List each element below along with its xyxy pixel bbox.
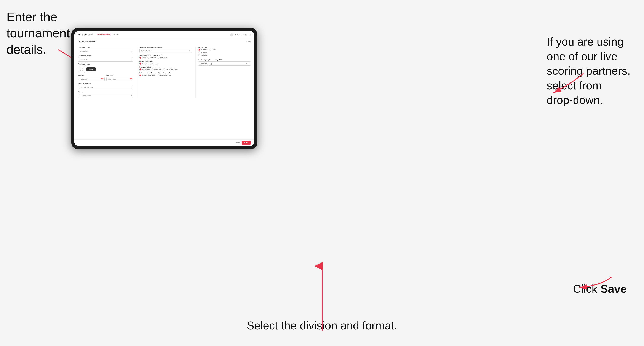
scoring-match-radio[interactable] xyxy=(152,68,154,70)
nav-separator: | xyxy=(243,34,244,36)
api-clear-icon[interactable]: ✕ xyxy=(246,63,247,65)
gender-mens-label: Mens xyxy=(142,57,146,58)
cancel-button[interactable]: Cancel xyxy=(235,141,240,145)
upload-button[interactable]: Upload xyxy=(86,67,96,71)
gender-womens-label: Womens xyxy=(150,57,156,58)
name-label: Tournament name xyxy=(78,55,133,57)
sponsor-input[interactable] xyxy=(78,85,133,89)
annotation-live-scoring: If you are usingone of our livescoring p… xyxy=(547,34,638,108)
end-date-label: End date xyxy=(106,74,133,76)
individuals-only-radio[interactable] xyxy=(158,74,160,76)
form-col-2: Which division is the event for? NCAA Di… xyxy=(137,46,192,98)
teams-plus-individuals[interactable]: Teams (+Individuals) xyxy=(140,74,156,76)
rounds-3-label: 3 xyxy=(152,63,153,64)
annotation-division-format: Select the division and format. xyxy=(247,318,397,333)
scoring-stroke[interactable]: Stroke Play xyxy=(140,68,150,70)
teams-group: Is this event for Teams and/or Individua… xyxy=(140,72,192,76)
scoring-label: Scoring system xyxy=(140,66,192,68)
scoring-group: Scoring system Stroke Play Match Play xyxy=(140,66,192,70)
rounds-3-radio[interactable] xyxy=(150,63,152,65)
gender-womens[interactable]: Womens xyxy=(148,57,156,59)
gender-mens-radio[interactable] xyxy=(140,57,142,59)
form-col-3: Format type 5 count 4 6 count 4 xyxy=(196,46,251,98)
format-right-options: Other xyxy=(209,49,216,50)
division-chevron-icon: ▾ xyxy=(189,50,190,52)
gender-womens-radio[interactable] xyxy=(148,57,150,59)
save-button[interactable]: Save xyxy=(242,141,251,145)
name-input[interactable] xyxy=(78,57,133,61)
format-5count4[interactable]: 5 count 4 xyxy=(198,49,207,50)
api-expand-icon[interactable]: ⁝ xyxy=(248,63,249,65)
date-row: Start date 📅 End date 📅 xyxy=(78,74,133,81)
host-search-icon: ▾ xyxy=(131,50,132,52)
sponsor-group: Sponsor (optional) xyxy=(78,83,133,89)
user-name: Test User xyxy=(235,34,242,36)
format-other[interactable]: Other xyxy=(209,49,216,50)
format-label: Format type xyxy=(198,46,251,48)
teams-plus-label: Teams (+Individuals) xyxy=(142,74,156,76)
logo-label: Tournament logo xyxy=(78,63,133,65)
rounds-3[interactable]: 3 xyxy=(150,63,153,65)
division-label: Which division is the event for? xyxy=(140,46,192,48)
back-link[interactable]: ‹ Back xyxy=(246,41,251,43)
host-search-input[interactable] xyxy=(78,49,133,53)
teams-plus-radio[interactable] xyxy=(140,74,142,76)
brand: SCOREBOARD Powered by clippi xyxy=(78,33,93,36)
end-date-calendar-icon: 📅 xyxy=(130,78,132,80)
signout-link[interactable]: Sign out xyxy=(245,34,251,36)
rounds-2-radio[interactable] xyxy=(144,63,146,65)
scoring-medal-radio[interactable] xyxy=(163,68,165,70)
form-body: Tournament Host ▾ Tournament name Tourna… xyxy=(74,44,254,100)
rounds-1-radio[interactable] xyxy=(140,63,142,65)
format-6count4-radio[interactable] xyxy=(198,51,200,53)
format-5count4-label: 5 count 4 xyxy=(201,49,207,50)
rounds-1-label: 1 xyxy=(142,63,143,64)
brand-sub: Powered by clippi xyxy=(78,35,93,36)
format-5count4-radio[interactable] xyxy=(198,49,200,50)
gender-radio-group: Mens Womens Combined xyxy=(140,57,192,59)
image-icon: ⛶ xyxy=(80,68,83,71)
end-date-wrapper: 📅 xyxy=(106,77,133,81)
scoring-medal[interactable]: Medal Match Play xyxy=(163,68,178,70)
division-value: NCAA Division I xyxy=(142,50,152,52)
start-date-input[interactable] xyxy=(78,77,105,81)
back-chevron-icon: ‹ xyxy=(246,41,247,43)
api-select[interactable]: Leaderboard King ✕ ⁝ xyxy=(198,61,251,66)
start-date-group: Start date 📅 xyxy=(78,74,105,81)
rounds-4[interactable]: 4 xyxy=(155,63,158,65)
page-header: Create Tournament ‹ Back xyxy=(74,39,254,44)
host-group: Tournament Host ▾ xyxy=(78,46,133,53)
format-6count5[interactable]: 6 count 5 xyxy=(198,54,207,56)
format-other-radio[interactable] xyxy=(209,49,211,50)
end-date-input[interactable] xyxy=(106,77,133,81)
rounds-2[interactable]: 2 xyxy=(144,63,148,65)
rounds-label: Number of rounds xyxy=(140,60,192,62)
api-group: Use third-party live scoring API? Leader… xyxy=(198,59,251,66)
logo-placeholder: ⛶ xyxy=(78,66,85,73)
gender-combined[interactable]: Combined xyxy=(158,57,167,59)
tablet-container: SCOREBOARD Powered by clippi TOURNAMENTS… xyxy=(71,28,257,149)
tablet-screen: SCOREBOARD Powered by clippi TOURNAMENTS… xyxy=(74,31,254,146)
scoring-stroke-radio[interactable] xyxy=(140,68,142,70)
page-title: Create Tournament xyxy=(78,41,96,43)
form-footer: Cancel Save xyxy=(74,140,254,146)
scoring-match[interactable]: Match Play xyxy=(152,68,162,70)
format-6count5-radio[interactable] xyxy=(198,54,200,56)
individuals-only-label: Individuals Only xyxy=(160,74,171,76)
name-group: Tournament name xyxy=(78,55,133,61)
gender-combined-radio[interactable] xyxy=(158,57,160,59)
form-col-1: Tournament Host ▾ Tournament name Tourna… xyxy=(78,46,133,98)
individuals-only[interactable]: Individuals Only xyxy=(158,74,171,76)
start-date-label: Start date xyxy=(78,74,105,76)
logo-upload-area: ⛶ Upload xyxy=(78,66,133,73)
division-select[interactable]: NCAA Division I ▾ xyxy=(140,49,192,53)
rounds-4-radio[interactable] xyxy=(155,63,157,65)
rounds-1[interactable]: 1 xyxy=(140,63,143,65)
nav-tournaments[interactable]: TOURNAMENTS xyxy=(97,33,110,36)
gender-mens[interactable]: Mens xyxy=(140,57,146,59)
venue-search-input[interactable] xyxy=(78,94,133,98)
scoring-medal-label: Medal Match Play xyxy=(166,69,178,70)
format-6count4[interactable]: 6 count 4 xyxy=(198,51,207,53)
nav-teams[interactable]: TEAMS xyxy=(113,34,119,36)
end-date-group: End date 📅 xyxy=(106,74,133,81)
